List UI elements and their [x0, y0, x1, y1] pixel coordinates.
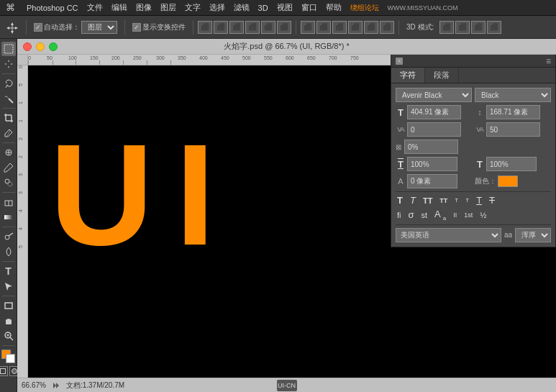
frac-btn[interactable]: ½ — [478, 211, 488, 219]
standard-mode-btn[interactable] — [0, 366, 8, 376]
scaling-input[interactable] — [404, 140, 458, 154]
subscript-btn[interactable]: T — [464, 197, 470, 204]
maximize-button[interactable] — [49, 42, 58, 51]
superscript-btn[interactable]: T — [453, 197, 460, 204]
alt-btn[interactable]: σ — [407, 209, 416, 220]
leading-input[interactable] — [486, 105, 540, 119]
3d-orbit-btn[interactable]: ⬛ — [455, 21, 470, 34]
tool-crop[interactable] — [1, 111, 16, 125]
dist-bottom-btn[interactable]: ⬛ — [380, 21, 394, 34]
minimize-button[interactable] — [36, 42, 45, 51]
menu-edit[interactable]: 编辑 — [111, 2, 127, 13]
background-color[interactable] — [6, 354, 15, 363]
kerning-input[interactable] — [486, 122, 540, 137]
dist-left-btn[interactable]: ⬛ — [301, 21, 315, 34]
tool-text[interactable]: T — [1, 264, 16, 278]
all-caps-btn[interactable]: TT — [421, 196, 434, 205]
auto-select-label: 自动选择： — [44, 22, 80, 32]
small-caps-btn[interactable]: TT — [438, 197, 449, 204]
tool-lasso[interactable] — [1, 76, 16, 91]
tool-path-select[interactable] — [1, 279, 16, 293]
panel-close-btn[interactable]: × — [396, 58, 403, 65]
tool-gradient[interactable] — [1, 210, 16, 224]
menu-3d[interactable]: 3D — [258, 4, 268, 12]
align-right-btn[interactable]: ⬛ — [229, 21, 244, 34]
show-transform-widget[interactable]: ✓ 显示变换控件 — [129, 21, 188, 34]
dist-center-v-btn[interactable]: ⬛ — [364, 21, 378, 34]
st-btn[interactable]: st — [420, 211, 429, 219]
baseline-input[interactable] — [407, 174, 457, 188]
tool-zoom[interactable] — [1, 329, 16, 343]
tool-rect-shape[interactable] — [1, 298, 16, 313]
transform-check[interactable]: ✓ — [132, 23, 141, 32]
3d-slide-btn[interactable]: ⬛ — [487, 21, 501, 34]
tool-pen[interactable] — [1, 245, 16, 259]
align-top-btn[interactable]: ⬛ — [245, 21, 260, 34]
color-swatch[interactable] — [498, 176, 518, 187]
align-left-btn[interactable]: ⬛ — [198, 21, 212, 34]
align-center-h-btn[interactable]: ⬛ — [214, 21, 228, 34]
dist-center-h-btn[interactable]: ⬛ — [316, 21, 331, 34]
menu-forum[interactable]: 绕组论坛 — [350, 3, 379, 13]
liga-btn[interactable]: fi — [396, 211, 403, 219]
close-button[interactable] — [23, 42, 32, 51]
strikethrough-btn[interactable]: T — [488, 195, 496, 206]
hscale-input[interactable] — [486, 157, 537, 171]
dist-right-btn[interactable]: ⬛ — [332, 21, 347, 34]
apple-menu[interactable]: ⌘ — [6, 2, 15, 13]
faux-italic-btn[interactable]: T — [409, 195, 417, 206]
tool-wand[interactable] — [1, 91, 16, 106]
tool-brush[interactable] — [1, 160, 16, 175]
align-center-v-btn[interactable]: ⬛ — [261, 21, 275, 34]
tab-character[interactable]: 字符 — [391, 68, 425, 83]
ruler-v-100: 1 — [18, 101, 23, 104]
tool-move[interactable] — [1, 57, 16, 71]
color-swatches — [1, 350, 16, 364]
tool-eraser[interactable] — [1, 195, 16, 209]
color-label: 颜色： — [475, 176, 496, 186]
char-panel: × ≡ 字符 段落 Avenir Black Black — [391, 55, 556, 247]
dist-top-btn[interactable]: ⬛ — [348, 21, 363, 34]
menu-image[interactable]: 图像 — [136, 2, 152, 13]
aa-lower: a — [443, 215, 446, 222]
3d-pan-btn[interactable]: ⬛ — [471, 21, 486, 34]
tracking-input[interactable] — [407, 122, 461, 137]
underline-btn[interactable]: T — [475, 195, 483, 206]
panel-menu-btn[interactable]: ≡ — [546, 56, 551, 66]
tool-hand[interactable] — [1, 314, 16, 328]
menu-layer[interactable]: 图层 — [160, 2, 176, 13]
font-style-select[interactable]: Black — [475, 88, 551, 102]
tool-dodge[interactable] — [1, 229, 16, 244]
language-select[interactable]: 美国英语 — [396, 228, 501, 242]
menu-select[interactable]: 选择 — [209, 2, 225, 13]
menu-window[interactable]: 窗口 — [301, 2, 317, 13]
font-family-select[interactable]: Avenir Black — [396, 88, 472, 102]
menu-view[interactable]: 视图 — [277, 2, 293, 13]
align-bottom-btn[interactable]: ⬛ — [277, 21, 291, 34]
sup-btn[interactable]: 1st — [462, 211, 474, 219]
menu-filter[interactable]: 滤镜 — [234, 2, 250, 13]
tool-clone[interactable] — [1, 176, 16, 190]
menu-help[interactable]: 帮助 — [326, 2, 342, 13]
tool-select-rect[interactable] — [1, 42, 16, 56]
ord-btn[interactable]: II — [452, 211, 458, 219]
vscale-input[interactable] — [407, 157, 457, 171]
left-toolbar: T — [0, 39, 17, 392]
auto-select-check[interactable]: ✓ — [34, 23, 42, 32]
tool-heal[interactable] — [1, 145, 16, 160]
auto-select-checkbox[interactable]: ✓ 自动选择： 图层 — [31, 19, 120, 35]
3d-rotate-btn[interactable]: ⬛ — [439, 21, 454, 34]
faux-bold-btn[interactable]: T — [396, 195, 404, 206]
menu-photoshop[interactable]: Photoshop CC — [27, 4, 78, 12]
tool-eyedropper[interactable] — [1, 126, 16, 140]
ruler-h-500: 500 — [242, 55, 251, 60]
menu-file[interactable]: 文件 — [87, 2, 103, 13]
layer-select[interactable]: 图层 — [81, 21, 117, 34]
tab-paragraph[interactable]: 段落 — [425, 68, 459, 83]
move-tool[interactable] — [3, 19, 22, 35]
font-size-input[interactable] — [407, 105, 461, 119]
status-arrow-icon[interactable] — [52, 381, 60, 390]
aa-btn[interactable]: A a — [433, 209, 447, 222]
smooth-select[interactable]: 浑厚 — [515, 228, 551, 242]
menu-type[interactable]: 文字 — [185, 2, 201, 13]
